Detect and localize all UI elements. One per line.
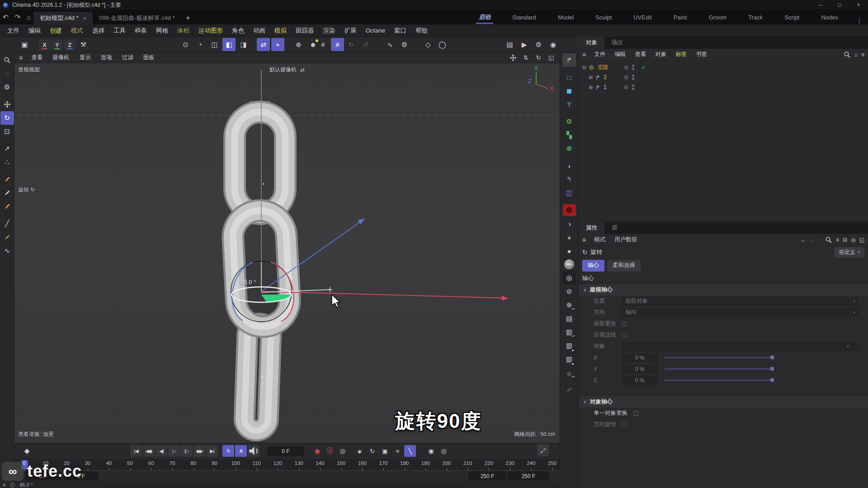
viewport-menu-显示[interactable]: 显示 (75, 54, 96, 61)
deformer-object-button[interactable]: ◖ (562, 159, 576, 173)
octane-render-button[interactable] (562, 203, 576, 217)
forward-icon[interactable]: → (810, 236, 815, 244)
group-header-对象轴心[interactable]: ∨对象轴心 (579, 396, 868, 408)
range-end-field-a[interactable]: 250 F (468, 471, 506, 481)
menu-Octane[interactable]: Octane (361, 27, 390, 34)
redo-icon[interactable]: ↷ (15, 13, 21, 21)
visibility-dots[interactable] (632, 75, 634, 80)
object-manager-menu-icon[interactable]: ≡ (579, 51, 590, 58)
timeline-ruler[interactable]: 0102030405060708090100110120130140150160… (14, 459, 560, 471)
workspace-nodes[interactable]: Nodes (810, 10, 849, 24)
solo-ring-b-button[interactable]: ◎ (438, 445, 449, 457)
material-half-sphere-button[interactable]: ◑ (562, 217, 576, 230)
workspace-kebab-icon[interactable]: ⋮ (851, 17, 868, 24)
camera-play-a-button[interactable]: ▥▶ (562, 339, 576, 352)
attr-checkbox-单一对象变换[interactable] (633, 411, 638, 416)
primitive-circle-button[interactable]: ◯ (436, 38, 449, 51)
cloner-row[interactable]: ⊟⚙克隆⊘✓ (579, 62, 868, 72)
perspective-viewport[interactable]: 透视视图 默认摄像机 ⇄ Y Z X 旋转 ↻ 85.0 ° 查看变换: 场景 … (14, 63, 560, 443)
preset-dropdown[interactable]: 自定义 ▾ (834, 247, 864, 258)
current-frame-field[interactable]: 0 F (268, 446, 304, 456)
group-header-建模轴心[interactable]: ∨建模轴心 (579, 284, 868, 296)
visibility-toggles[interactable]: ⊘ (624, 84, 634, 90)
next-key-button[interactable]: ◆▶ (193, 445, 205, 457)
menu-模拟[interactable]: 模拟 (270, 27, 291, 35)
viewport-menu-选项[interactable]: 选项 (96, 54, 117, 61)
coordinate-tool-button[interactable]: ⊕ (292, 38, 305, 51)
render-view-button[interactable]: ▤ (503, 38, 516, 51)
animation-mode-button[interactable]: ◨ (237, 38, 250, 51)
attr-value-X[interactable]: 0 % (622, 353, 658, 362)
effector-object-button[interactable]: ☸ (562, 142, 576, 155)
material-light-sphere-button[interactable]: ● (562, 244, 576, 258)
cube-object-button[interactable]: ◼ (562, 84, 576, 98)
child-1-row[interactable]: ⊞↱1⊘ (579, 82, 868, 92)
autokey-hud-button[interactable]: A (235, 445, 247, 457)
document-tab-1[interactable]: 初始模型.c4d *× (33, 12, 93, 24)
child-2-row[interactable]: ⊞↱2⊘ (579, 72, 868, 82)
minimize-button[interactable]: ─ (811, 0, 830, 10)
dash-pen-tool-button[interactable] (0, 230, 14, 244)
am-button-轴心[interactable]: 轴心 (582, 260, 604, 272)
menu-体积[interactable]: 体积 (173, 27, 194, 35)
om-menu-查看[interactable]: 查看 (630, 51, 651, 58)
text-object-button[interactable]: T (562, 98, 576, 111)
am-tab-属性[interactable]: 属性 (579, 222, 604, 234)
attr-link-对象[interactable]: ▾ (622, 342, 859, 351)
sketch-pen-button[interactable] (0, 186, 14, 200)
filter-icon[interactable]: ≡ (836, 236, 839, 244)
object-mode-button[interactable]: ◧ (222, 38, 236, 51)
menu-模式[interactable]: 模式 (66, 27, 88, 35)
axis-cube-object-button[interactable]: ↰ (562, 173, 576, 186)
search-icon[interactable] (825, 236, 832, 244)
next-frame-button[interactable]: |▷ (181, 445, 193, 457)
attr-value-Z[interactable]: 0 % (622, 376, 658, 385)
key-pla-button[interactable]: ╲ (404, 445, 416, 457)
workspace-groom[interactable]: Groom (698, 10, 737, 24)
move-tool-button[interactable] (0, 98, 14, 111)
scale-tool-button[interactable]: ⊡ (0, 125, 14, 138)
autokey-button[interactable]: Ⓐ (324, 445, 335, 457)
menu-帮助[interactable]: 帮助 (411, 27, 432, 35)
lock-x-axis-button[interactable]: X (39, 39, 50, 51)
close-button[interactable]: × (849, 0, 868, 10)
new-tab-button[interactable]: + (181, 12, 195, 24)
go-end-button[interactable]: ▶| (206, 445, 218, 457)
prev-key-button[interactable]: ◀◆ (143, 445, 155, 457)
free-move-mode-button[interactable]: + (271, 38, 284, 51)
om-menu-标签[interactable]: 标签 (671, 51, 691, 58)
menu-窗口[interactable]: 窗口 (390, 27, 411, 35)
spline-pen-button[interactable] (0, 173, 14, 186)
mix-material-button[interactable]: MIX (562, 258, 576, 271)
menu-扩展[interactable]: 扩展 (340, 27, 361, 35)
workspace-启动[interactable]: 启动 (468, 10, 501, 24)
maximize-button[interactable]: □ (830, 0, 849, 10)
visibility-dots[interactable] (632, 84, 634, 90)
axis-modify-mode-button[interactable]: ⇄ (257, 38, 270, 51)
viewport-menu-过滤[interactable]: 过滤 (117, 54, 138, 61)
menu-角色[interactable]: 角色 (227, 27, 249, 35)
dolly-view-icon[interactable]: ⇅ (521, 53, 531, 62)
workspace-uvedit[interactable]: UVEdit (623, 10, 662, 24)
attribute-manager-menu-icon[interactable]: ≡ (579, 236, 590, 244)
timeline-scale-button[interactable]: ⤢ (537, 445, 549, 456)
attr-checkbox-保留更改[interactable] (622, 321, 627, 326)
workspace-script[interactable]: Script (774, 10, 810, 24)
add-keyframe-button[interactable]: ◆ (21, 445, 33, 457)
attr-slider-X[interactable] (665, 357, 773, 358)
view-label[interactable]: 透视视图 (18, 66, 40, 74)
expander-icon[interactable]: ⊟ (581, 65, 587, 70)
menu-运动图形[interactable]: 运动图形 (194, 27, 227, 35)
material-dark-sphere-button[interactable]: ● (562, 230, 576, 244)
am-menu-用户数据[interactable]: 用户数据 (610, 236, 642, 244)
rotate-tool-button[interactable]: ↻ (0, 111, 14, 125)
workspace-track[interactable]: Track (737, 10, 774, 24)
menu-样条[interactable]: 样条 (130, 27, 151, 35)
workspace-model[interactable]: Model (547, 10, 585, 24)
target-icon[interactable]: ◎ (851, 236, 855, 244)
symmetry-object-button[interactable]: ◫ (562, 186, 576, 200)
am-button-柔和选择[interactable]: 柔和选择 (607, 260, 641, 272)
viewport-menu-面板[interactable]: 面板 (138, 54, 160, 61)
snap-enable-button[interactable]: # (331, 38, 344, 51)
sketch-spline-tool-button[interactable]: ∿ (0, 244, 14, 258)
